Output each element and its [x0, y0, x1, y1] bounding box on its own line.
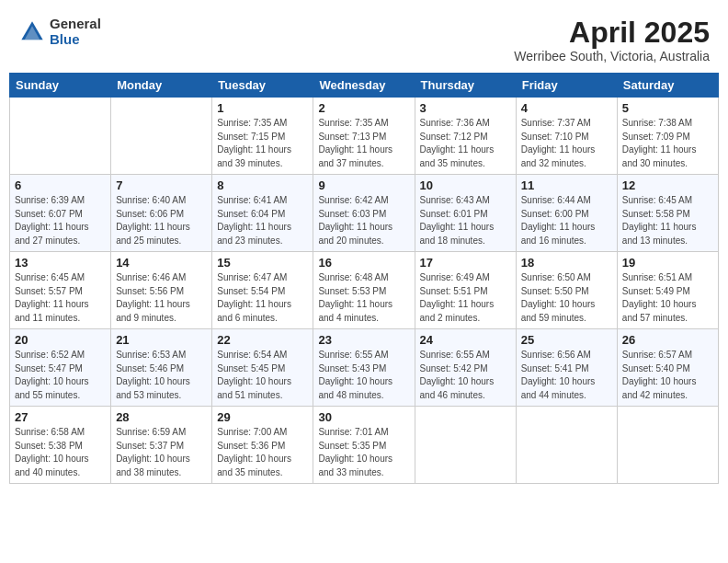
- day-detail: Sunrise: 7:35 AM Sunset: 7:15 PM Dayligh…: [217, 117, 308, 170]
- calendar-cell: 24Sunrise: 6:55 AM Sunset: 5:42 PM Dayli…: [415, 329, 516, 407]
- day-number: 4: [521, 101, 612, 115]
- location-subtitle: Werribee South, Victoria, Australia: [514, 49, 710, 63]
- day-number: 12: [622, 178, 713, 192]
- day-detail: Sunrise: 6:55 AM Sunset: 5:43 PM Dayligh…: [318, 349, 409, 402]
- logo-icon: [18, 18, 46, 46]
- day-number: 18: [521, 256, 612, 270]
- day-detail: Sunrise: 6:45 AM Sunset: 5:57 PM Dayligh…: [15, 271, 106, 325]
- day-number: 5: [622, 101, 713, 115]
- calendar-cell: 13Sunrise: 6:45 AM Sunset: 5:57 PM Dayli…: [10, 252, 111, 329]
- day-detail: Sunrise: 7:35 AM Sunset: 7:13 PM Dayligh…: [318, 117, 409, 170]
- day-number: 10: [420, 178, 511, 192]
- day-detail: Sunrise: 6:52 AM Sunset: 5:47 PM Dayligh…: [15, 349, 106, 402]
- day-detail: Sunrise: 6:53 AM Sunset: 5:46 PM Dayligh…: [116, 349, 207, 402]
- day-detail: Sunrise: 6:59 AM Sunset: 5:37 PM Dayligh…: [116, 426, 207, 479]
- day-number: 29: [217, 410, 308, 424]
- calendar-cell: 3Sunrise: 7:36 AM Sunset: 7:12 PM Daylig…: [415, 98, 516, 175]
- day-number: 14: [116, 256, 207, 270]
- day-detail: Sunrise: 6:55 AM Sunset: 5:42 PM Dayligh…: [420, 349, 511, 402]
- day-detail: Sunrise: 6:56 AM Sunset: 5:41 PM Dayligh…: [521, 349, 612, 402]
- day-number: 13: [15, 256, 106, 270]
- day-detail: Sunrise: 6:46 AM Sunset: 5:56 PM Dayligh…: [116, 271, 207, 325]
- day-number: 2: [318, 101, 409, 115]
- day-detail: Sunrise: 6:57 AM Sunset: 5:40 PM Dayligh…: [622, 349, 713, 402]
- day-number: 9: [318, 178, 409, 192]
- day-number: 20: [15, 333, 106, 347]
- calendar-cell: 21Sunrise: 6:53 AM Sunset: 5:46 PM Dayli…: [111, 329, 212, 407]
- day-detail: Sunrise: 6:49 AM Sunset: 5:51 PM Dayligh…: [420, 271, 511, 325]
- calendar-week-1: 1Sunrise: 7:35 AM Sunset: 7:15 PM Daylig…: [10, 98, 719, 175]
- calendar-cell: 22Sunrise: 6:54 AM Sunset: 5:45 PM Dayli…: [212, 329, 313, 407]
- logo-blue-text: Blue: [50, 32, 101, 48]
- day-detail: Sunrise: 6:41 AM Sunset: 6:04 PM Dayligh…: [217, 194, 308, 247]
- day-number: 21: [116, 333, 207, 347]
- day-number: 23: [318, 333, 409, 347]
- calendar-cell: 23Sunrise: 6:55 AM Sunset: 5:43 PM Dayli…: [313, 329, 415, 407]
- day-number: 16: [318, 256, 409, 270]
- day-number: 26: [622, 333, 713, 347]
- day-detail: Sunrise: 7:38 AM Sunset: 7:09 PM Dayligh…: [622, 117, 713, 170]
- calendar-week-2: 6Sunrise: 6:39 AM Sunset: 6:07 PM Daylig…: [10, 175, 719, 252]
- day-detail: Sunrise: 7:01 AM Sunset: 5:35 PM Dayligh…: [318, 426, 409, 479]
- calendar-cell: 19Sunrise: 6:51 AM Sunset: 5:49 PM Dayli…: [617, 252, 718, 329]
- calendar-cell: 25Sunrise: 6:56 AM Sunset: 5:41 PM Dayli…: [516, 329, 617, 407]
- calendar-cell: 14Sunrise: 6:46 AM Sunset: 5:56 PM Dayli…: [111, 252, 212, 329]
- day-number: 22: [217, 333, 308, 347]
- calendar-week-4: 20Sunrise: 6:52 AM Sunset: 5:47 PM Dayli…: [10, 329, 719, 407]
- day-number: 7: [116, 178, 207, 192]
- day-number: 6: [15, 178, 106, 192]
- calendar-table: SundayMondayTuesdayWednesdayThursdayFrid…: [9, 73, 719, 484]
- calendar-cell: 30Sunrise: 7:01 AM Sunset: 5:35 PM Dayli…: [313, 407, 415, 484]
- day-number: 1: [217, 101, 308, 115]
- day-number: 15: [217, 256, 308, 270]
- calendar-cell: 12Sunrise: 6:45 AM Sunset: 5:58 PM Dayli…: [617, 175, 718, 252]
- day-number: 17: [420, 256, 511, 270]
- day-detail: Sunrise: 6:39 AM Sunset: 6:07 PM Dayligh…: [15, 194, 106, 247]
- calendar-cell: 27Sunrise: 6:58 AM Sunset: 5:38 PM Dayli…: [10, 407, 111, 484]
- day-detail: Sunrise: 6:44 AM Sunset: 6:00 PM Dayligh…: [521, 194, 612, 247]
- calendar-cell: 18Sunrise: 6:50 AM Sunset: 5:50 PM Dayli…: [516, 252, 617, 329]
- calendar-cell: 7Sunrise: 6:40 AM Sunset: 6:06 PM Daylig…: [111, 175, 212, 252]
- column-header-tuesday: Tuesday: [212, 74, 313, 98]
- day-detail: Sunrise: 6:42 AM Sunset: 6:03 PM Dayligh…: [318, 194, 409, 247]
- day-detail: Sunrise: 6:45 AM Sunset: 5:58 PM Dayligh…: [622, 194, 713, 247]
- calendar-cell: [10, 98, 111, 175]
- day-number: 8: [217, 178, 308, 192]
- day-number: 28: [116, 410, 207, 424]
- day-detail: Sunrise: 6:54 AM Sunset: 5:45 PM Dayligh…: [217, 349, 308, 402]
- calendar-cell: 9Sunrise: 6:42 AM Sunset: 6:03 PM Daylig…: [313, 175, 415, 252]
- calendar-header-row: SundayMondayTuesdayWednesdayThursdayFrid…: [10, 74, 719, 98]
- day-number: 24: [420, 333, 511, 347]
- logo-general-text: General: [50, 17, 101, 32]
- calendar-cell: 26Sunrise: 6:57 AM Sunset: 5:40 PM Dayli…: [617, 329, 718, 407]
- calendar-cell: 4Sunrise: 7:37 AM Sunset: 7:10 PM Daylig…: [516, 98, 617, 175]
- calendar-cell: 15Sunrise: 6:47 AM Sunset: 5:54 PM Dayli…: [212, 252, 313, 329]
- calendar-cell: 20Sunrise: 6:52 AM Sunset: 5:47 PM Dayli…: [10, 329, 111, 407]
- column-header-sunday: Sunday: [10, 74, 111, 98]
- column-header-friday: Friday: [516, 74, 617, 98]
- day-number: 27: [15, 410, 106, 424]
- calendar-cell: 28Sunrise: 6:59 AM Sunset: 5:37 PM Dayli…: [111, 407, 212, 484]
- column-header-monday: Monday: [111, 74, 212, 98]
- day-number: 11: [521, 178, 612, 192]
- day-detail: Sunrise: 7:00 AM Sunset: 5:36 PM Dayligh…: [217, 426, 308, 479]
- day-detail: Sunrise: 6:47 AM Sunset: 5:54 PM Dayligh…: [217, 271, 308, 325]
- calendar-cell: [415, 407, 516, 484]
- column-header-thursday: Thursday: [415, 74, 516, 98]
- day-detail: Sunrise: 6:58 AM Sunset: 5:38 PM Dayligh…: [15, 426, 106, 479]
- day-detail: Sunrise: 6:48 AM Sunset: 5:53 PM Dayligh…: [318, 271, 409, 325]
- page-header: General Blue April 2025 Werribee South, …: [9, 9, 719, 67]
- day-number: 3: [420, 101, 511, 115]
- calendar-cell: [111, 98, 212, 175]
- calendar-cell: 8Sunrise: 6:41 AM Sunset: 6:04 PM Daylig…: [212, 175, 313, 252]
- calendar-cell: 2Sunrise: 7:35 AM Sunset: 7:13 PM Daylig…: [313, 98, 415, 175]
- calendar-week-5: 27Sunrise: 6:58 AM Sunset: 5:38 PM Dayli…: [10, 407, 719, 484]
- day-detail: Sunrise: 6:40 AM Sunset: 6:06 PM Dayligh…: [116, 194, 207, 247]
- calendar-cell: 5Sunrise: 7:38 AM Sunset: 7:09 PM Daylig…: [617, 98, 718, 175]
- calendar-cell: [617, 407, 718, 484]
- calendar-cell: 17Sunrise: 6:49 AM Sunset: 5:51 PM Dayli…: [415, 252, 516, 329]
- calendar-cell: 16Sunrise: 6:48 AM Sunset: 5:53 PM Dayli…: [313, 252, 415, 329]
- day-detail: Sunrise: 6:51 AM Sunset: 5:49 PM Dayligh…: [622, 271, 713, 325]
- title-block: April 2025 Werribee South, Victoria, Aus…: [514, 17, 710, 63]
- calendar-cell: 29Sunrise: 7:00 AM Sunset: 5:36 PM Dayli…: [212, 407, 313, 484]
